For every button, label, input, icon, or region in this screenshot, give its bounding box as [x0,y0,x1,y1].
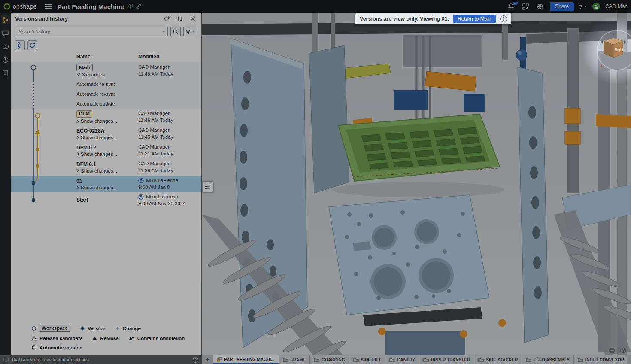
workspace-badge: DFM [76,110,92,118]
folder-icon [283,358,288,362]
user-avatar[interactable] [592,3,600,10]
view-only-message: Versions are view only. Viewing 01. [360,16,449,22]
row-actions-flyout-button[interactable] [202,181,213,192]
onshape-logo-icon[interactable] [3,3,10,10]
follow-mode-icon[interactable] [1,42,10,51]
history-change-row[interactable]: Automatic re-sync [11,79,201,89]
add-tab-button[interactable]: + [202,355,213,364]
assembly-icon [217,357,222,362]
top-bar-right: 3 Share ? [506,2,628,11]
show-changes-link[interactable]: Show changes... [76,185,117,190]
column-header-name: Name [76,54,138,60]
close-panel-icon[interactable] [188,15,197,23]
screen-hint-icon [3,358,9,362]
learning-center-icon[interactable] [535,2,545,11]
show-changes-link[interactable]: Show changes... [76,135,117,140]
properties-panel-icon[interactable] [1,69,10,78]
changes-expander[interactable]: 3 changes [76,72,105,77]
top-bar: onshape Part Feeding Machine 01 3 [0,0,631,13]
contains-obsoletion-icon [128,336,135,341]
3d-viewport[interactable]: Right ✕ [202,13,631,355]
release-icon [92,336,97,341]
viewport-corner-tools [609,347,627,354]
graph-view-toggle[interactable] [15,40,25,50]
share-button[interactable]: Share [550,2,574,11]
chevron-right-icon [76,119,79,123]
notifications-bell-icon[interactable]: 3 [506,2,516,11]
versions-history-panel: Versions and history [11,13,202,355]
tab-upper-transfer[interactable]: UPPER TRANSFER [419,355,475,364]
panel-title: Versions and history [15,16,68,22]
history-column-headers: Name Modified [11,52,201,62]
version-node-icon [80,326,85,331]
tab-gantry[interactable]: GANTRY [385,355,419,364]
user-avatar-icon [138,178,144,183]
history-view-toolbar [11,39,201,52]
history-row-dfm[interactable]: DFM Show changes... CAD Manager 11:46 AM… [11,109,201,125]
legend-automatic-version: Automatic version [31,345,82,350]
search-history-input[interactable] [15,27,168,36]
status-bar: Right-click on a row to perform actions … [0,355,202,364]
banner-help-icon[interactable]: ? [500,15,507,22]
view-only-banner: Versions are view only. Viewing 01. Retu… [355,13,511,24]
panel-header: Versions and history [11,13,201,25]
folder-icon [423,358,429,362]
release-candidate-icon [31,336,37,341]
folder-icon [526,358,531,362]
create-version-icon[interactable] [163,15,171,23]
left-icon-rail [0,13,11,355]
change-node-icon [115,326,120,331]
svg-text:✕: ✕ [600,64,603,68]
chevron-down-icon [584,6,587,7]
comments-panel-icon[interactable] [1,29,10,38]
history-row-dfm-0-2[interactable]: DFM 0.2 Show changes... CAD Manager 11:3… [11,142,201,159]
folder-icon [478,358,484,362]
legend-release: Release [92,336,118,341]
chevron-down-icon [76,73,80,76]
history-row-eco-0218a[interactable]: ECO-0218A Show changes... CAD Manager 11… [11,125,201,142]
apps-grid-icon[interactable] [521,2,530,11]
help-icon: ? [579,3,582,10]
view-cube[interactable]: Right ✕ [599,33,628,72]
tab-side-lift[interactable]: SIDE LIFT [349,355,385,364]
show-changes-link[interactable]: Show changes... [76,152,117,157]
document-menu-icon[interactable] [44,2,53,11]
filter-button[interactable] [183,27,197,36]
compare-versions-icon[interactable] [176,15,184,23]
user-name-label[interactable]: CAD Manager [605,3,628,9]
cad-model-scene[interactable] [202,13,631,355]
tab-feed-assembly[interactable]: FEED ASSEMBLY [522,355,574,364]
show-changes-link[interactable]: Show changes... [76,168,117,173]
tab-guarding[interactable]: GUARDING [310,355,349,364]
history-row-main[interactable]: Main 3 changes CAD Manager 11:48 AM Toda… [11,62,201,79]
tab-frame[interactable]: FRAME [279,355,310,364]
graph-legend: Workspace Version Change Release candida… [11,325,201,355]
workspace-node-icon [31,326,36,331]
chevron-right-icon [76,135,79,139]
tab-input-conveyor[interactable]: INPUT CONVEYOR [574,355,628,364]
auto-versions-toggle[interactable] [27,40,37,50]
status-help-icon[interactable]: ? [193,357,198,363]
show-changes-link[interactable]: Show changes... [76,118,117,124]
history-row-start[interactable]: Start Mike LaFleche 9:00 AM Nov 20 2024 [11,192,201,208]
tab-part-feeding-machine[interactable]: PART FEEDING MACHI... [213,355,279,364]
search-button[interactable] [170,27,181,36]
history-change-row[interactable]: Automatic update [11,99,201,109]
document-tabs: PART FEEDING MACHI... FRAME GUARDING SID… [213,355,631,364]
history-rows: Main 3 changes CAD Manager 11:48 AM Toda… [11,62,201,208]
history-change-row[interactable]: Automatic re-sync [11,89,201,99]
history-row-dfm-0-1[interactable]: DFM 0.1 Show changes... CAD Manager 11:2… [11,159,201,176]
search-dropdown-caret[interactable] [162,31,165,33]
isometric-view-icon[interactable] [620,347,627,354]
chevron-right-icon [76,152,79,156]
history-row-01-selected[interactable]: 01 Show changes... Mike LaFleche [11,176,201,192]
history-clock-icon[interactable] [1,55,10,64]
tab-side-stacker[interactable]: SIDE STACKER [474,355,522,364]
link-icon[interactable] [134,2,143,11]
notifications-count-badge: 3 [513,2,518,5]
return-to-main-button[interactable]: Return to Main [453,15,496,23]
print-icon[interactable] [609,347,616,354]
folder-icon [578,358,583,362]
help-menu[interactable]: ? [579,3,587,10]
versions-history-panel-icon[interactable] [1,15,10,24]
